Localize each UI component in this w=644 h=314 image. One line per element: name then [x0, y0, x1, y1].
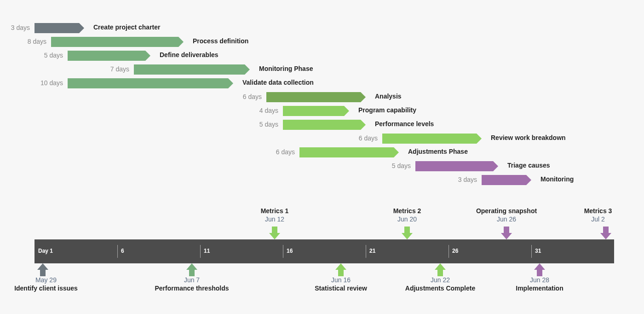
task-duration-label: 5 days — [259, 121, 278, 128]
milestone-arrow-above — [600, 227, 611, 239]
task-name: Monitoring Phase — [259, 65, 313, 72]
task-row: 10 daysValidate data collection — [0, 78, 644, 88]
milestone-name: Adjustments Complete — [394, 285, 486, 292]
task-name: Validate data collection — [242, 79, 314, 86]
task-duration-label: 4 days — [259, 107, 278, 114]
milestone-label: Jun 28Implementation — [494, 276, 586, 292]
task-bar — [51, 37, 178, 47]
task-bar — [415, 161, 493, 171]
milestone-arrow-above — [501, 227, 512, 239]
milestone-arrow-below — [186, 263, 197, 276]
timeline-tick — [366, 245, 366, 258]
timeline-tick-label: 11 — [204, 248, 210, 254]
milestone-date: Jun 16 — [295, 276, 387, 284]
timeline-tick-label: 31 — [535, 248, 541, 254]
timeline-tick — [448, 245, 449, 258]
timeline-tick-label: 26 — [452, 248, 458, 254]
task-row: 7 daysMonitoring Phase — [0, 64, 644, 75]
milestone-name: Identify client issues — [0, 285, 92, 292]
milestone-name: Statistical review — [295, 285, 387, 292]
milestone-label: May 29Identify client issues — [0, 276, 92, 292]
task-row: 6 daysReview work breakdown — [0, 134, 644, 144]
milestone-label: Metrics 1Jun 12 — [229, 207, 321, 223]
milestone-label: Jun 16Statistical review — [295, 276, 387, 292]
milestone-arrow-below — [534, 263, 545, 276]
task-row: 5 daysPerformance levels — [0, 120, 644, 130]
timeline-tick-label: Day 1 — [38, 248, 53, 254]
milestone-label: Operating snapshotJun 26 — [460, 207, 552, 223]
milestone-arrow-below — [435, 263, 446, 276]
task-name: Define deliverables — [160, 51, 218, 58]
task-row: 5 daysTriage causes — [0, 161, 644, 171]
milestone-date: Jun 26 — [460, 215, 552, 223]
task-row: 3 daysMonitoring — [0, 175, 644, 185]
milestone-arrow-below — [335, 263, 346, 276]
task-bar — [134, 64, 245, 75]
timeline-tick — [531, 245, 532, 258]
task-row: 3 daysCreate project charter — [0, 23, 644, 33]
task-row: 4 daysProgram capability — [0, 106, 644, 116]
milestone-label: Jun 22Adjustments Complete — [394, 276, 486, 292]
task-duration-label: 7 days — [110, 65, 129, 73]
task-bar — [299, 147, 394, 157]
task-bar — [34, 23, 79, 33]
timeline-band: Day 161116212631 — [34, 239, 614, 263]
task-name: Program capability — [358, 106, 416, 114]
task-row: 8 daysProcess definition — [0, 37, 644, 47]
task-duration-label: 6 days — [276, 148, 295, 156]
milestone-arrow-above — [269, 227, 280, 239]
task-name: Performance levels — [375, 120, 434, 128]
milestone-name: Implementation — [494, 285, 586, 292]
milestone-label: Metrics 3Jul 2 — [552, 207, 644, 223]
timeline-tick — [200, 245, 201, 258]
milestone-name: Metrics 3 — [552, 207, 644, 215]
task-bar — [68, 78, 228, 88]
task-duration-label: 10 days — [40, 79, 63, 87]
task-duration-label: 6 days — [359, 134, 378, 142]
task-duration-label: 5 days — [392, 162, 411, 169]
milestone-date: Jun 12 — [229, 215, 321, 223]
milestone-name: Metrics 1 — [229, 207, 321, 215]
task-row: 6 daysAdjustments Phase — [0, 147, 644, 157]
milestone-date: Jun 28 — [494, 276, 586, 284]
task-bar — [283, 106, 344, 116]
milestone-date: Jun 7 — [146, 276, 238, 284]
task-duration-label: 5 days — [44, 52, 63, 59]
task-row: 5 daysDefine deliverables — [0, 51, 644, 61]
milestone-arrow-below — [37, 263, 48, 276]
task-row: 6 daysAnalysis — [0, 92, 644, 102]
task-duration-label: 6 days — [243, 93, 262, 100]
timeline-tick-label: 21 — [369, 248, 375, 254]
milestone-name: Metrics 2 — [361, 207, 453, 215]
task-bar — [283, 120, 361, 130]
milestone-date: May 29 — [0, 276, 92, 284]
task-name: Analysis — [375, 93, 402, 100]
milestone-name: Operating snapshot — [460, 207, 552, 215]
task-name: Process definition — [193, 37, 248, 45]
task-duration-label: 3 days — [11, 24, 30, 31]
timeline-tick — [283, 245, 283, 258]
task-bar — [482, 175, 526, 185]
timeline-tick-label: 6 — [121, 248, 124, 254]
milestone-arrow-above — [402, 227, 413, 239]
task-bar — [266, 92, 361, 102]
task-name: Adjustments Phase — [408, 148, 468, 155]
milestone-name: Performance thresholds — [146, 285, 238, 292]
timeline-tick — [117, 245, 118, 258]
task-name: Monitoring — [540, 175, 574, 183]
task-bar — [382, 134, 477, 144]
task-bar — [68, 51, 145, 61]
milestone-date: Jul 2 — [552, 215, 644, 223]
milestone-label: Jun 7Performance thresholds — [146, 276, 238, 292]
milestone-date: Jun 22 — [394, 276, 486, 284]
gantt-chart: 3 daysCreate project charter8 daysProces… — [0, 0, 644, 314]
task-name: Review work breakdown — [491, 134, 566, 141]
milestone-date: Jun 20 — [361, 215, 453, 223]
milestone-label: Metrics 2Jun 20 — [361, 207, 453, 223]
task-name: Create project charter — [93, 23, 161, 31]
task-duration-label: 8 days — [28, 38, 46, 45]
task-name: Triage causes — [507, 162, 550, 169]
task-duration-label: 3 days — [458, 176, 477, 183]
timeline-tick-label: 16 — [287, 248, 293, 254]
